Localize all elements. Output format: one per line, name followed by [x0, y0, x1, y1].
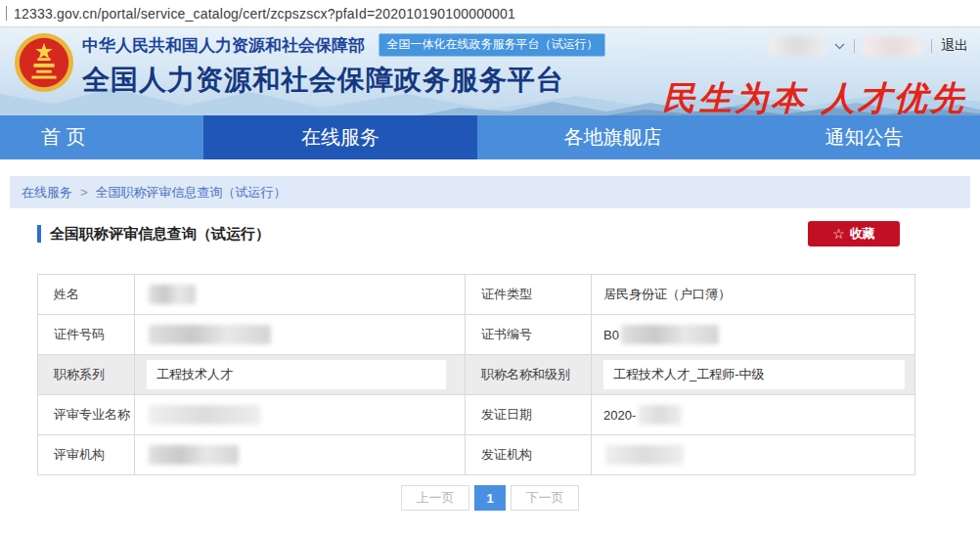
- nav-item-notices[interactable]: 通知公告: [748, 115, 980, 159]
- user-item-redacted: [864, 36, 922, 56]
- favorite-button[interactable]: ☆ 收藏: [808, 221, 900, 247]
- browser-address-bar[interactable]: 12333.gov.cn/portal/service_catalog/cert…: [0, 0, 980, 26]
- page-title-row: 全国职称评审信息查询（试运行） ☆ 收藏: [0, 220, 980, 247]
- next-page-button[interactable]: 下一页: [511, 485, 579, 511]
- review-major-label: 评审专业名称: [38, 395, 135, 435]
- title-name-level-cell: [592, 355, 915, 395]
- platform-badge: 全国一体化在线政务服务平台（试运行）: [379, 33, 605, 57]
- nav-item-online-services[interactable]: 在线服务: [203, 115, 477, 159]
- title-name-level-label: 职称名称和级别: [466, 355, 592, 395]
- issue-org-label: 发证机构: [466, 435, 592, 475]
- page-title: 全国职称评审信息查询（试运行）: [50, 225, 270, 244]
- cert-number-value: B0: [592, 315, 915, 355]
- issue-org-value: [592, 435, 915, 475]
- favorite-label: 收藏: [850, 225, 875, 243]
- title-series-input[interactable]: [147, 360, 446, 389]
- name-redacted: [149, 285, 196, 304]
- review-org-redacted: [149, 445, 239, 465]
- logout-link[interactable]: 退出: [941, 37, 968, 55]
- platform-title: 全国人力资源和社会保障政务服务平台: [82, 62, 605, 99]
- result-table: 姓名 证件类型 居民身份证（户口簿） 证件号码 证书编号 B0 职称系列 职称名…: [37, 274, 916, 475]
- header-titles: 中华人民共和国人力资源和社会保障部 全国一体化在线政务服务平台（试运行） 全国人…: [82, 33, 605, 99]
- id-number-value: [135, 315, 466, 355]
- prev-page-button[interactable]: 上一页: [401, 485, 469, 511]
- main-nav: 首 页 在线服务 各地旗舰店 通知公告: [0, 115, 980, 159]
- national-emblem-logo: [14, 32, 74, 93]
- url-text[interactable]: 12333.gov.cn/portal/service_catalog/cert…: [14, 6, 515, 22]
- divider: [854, 39, 855, 53]
- review-org-value: [135, 435, 466, 475]
- ministry-name: 中华人民共和国人力资源和社会保障部: [82, 36, 365, 55]
- breadcrumb: 在线服务 > 全国职称评审信息查询（试运行）: [10, 176, 970, 208]
- breadcrumb-separator: >: [80, 185, 88, 200]
- username-redacted: [769, 36, 825, 56]
- review-major-value: [135, 395, 466, 435]
- title-name-level-input[interactable]: [603, 360, 905, 389]
- issue-date-value: 2020-: [592, 395, 915, 435]
- review-org-label: 评审机构: [38, 435, 135, 475]
- issue-org-redacted: [605, 445, 684, 465]
- id-type-label: 证件类型: [466, 275, 592, 315]
- id-type-value: 居民身份证（户口簿）: [592, 275, 915, 315]
- id-number-redacted: [149, 325, 271, 344]
- title-series-label: 职称系列: [38, 355, 135, 395]
- name-label: 姓名: [38, 275, 135, 315]
- text-cursor: [6, 6, 7, 21]
- site-header: 中华人民共和国人力资源和社会保障部 全国一体化在线政务服务平台（试运行） 全国人…: [0, 26, 980, 115]
- star-icon: ☆: [832, 227, 845, 241]
- header-user-area: 退出: [769, 36, 968, 56]
- issue-date-label: 发证日期: [466, 395, 592, 435]
- id-number-label: 证件号码: [38, 315, 135, 355]
- breadcrumb-link-online-services[interactable]: 在线服务: [22, 184, 72, 202]
- chevron-down-icon[interactable]: [834, 43, 845, 50]
- cert-number-label: 证书编号: [466, 315, 592, 355]
- nav-item-home[interactable]: 首 页: [0, 115, 203, 159]
- title-accent-bar: [37, 225, 41, 243]
- issue-date-redacted: [638, 405, 682, 425]
- divider: [931, 39, 932, 53]
- slogan-calligraphy: 民生为本 人才优先: [662, 76, 966, 115]
- title-series-cell: [135, 355, 466, 395]
- review-major-redacted: [149, 405, 261, 425]
- current-page-button[interactable]: 1: [474, 485, 506, 511]
- name-value: [135, 275, 466, 315]
- breadcrumb-current-page: 全国职称评审信息查询（试运行）: [96, 184, 287, 202]
- cert-number-redacted: [621, 325, 719, 344]
- nav-item-regional-stores[interactable]: 各地旗舰店: [477, 115, 748, 159]
- pagination: 上一页 1 下一页: [0, 485, 980, 511]
